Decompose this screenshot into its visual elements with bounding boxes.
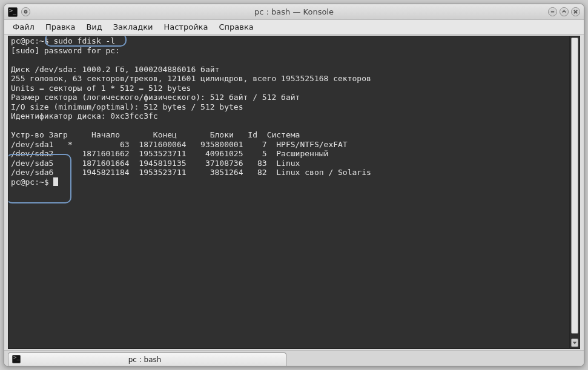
svg-point-0 — [25, 11, 27, 13]
minimize-button[interactable] — [548, 7, 557, 16]
prompt: pc@pc:~$ — [11, 36, 53, 45]
terminal[interactable]: pc@pc:~$ sudo fdisk -l [sudo] password f… — [8, 36, 580, 349]
menu-settings[interactable]: Настройка — [159, 21, 213, 33]
menubar: Файл Правка Вид Закладки Настройка Справ… — [4, 20, 584, 35]
window-title: pc : bash — Konsole — [4, 7, 584, 16]
output-line: [sudo] password for pc: — [11, 46, 120, 55]
konsole-window: pc : bash — Konsole Файл Правка Вид Закл… — [4, 4, 584, 366]
menu-edit[interactable]: Правка — [41, 21, 80, 33]
tab-terminal[interactable]: pc : bash — [8, 352, 286, 366]
table-row: /dev/sda1 * 63 1871600064 935800001 7 HP… — [11, 140, 348, 149]
table-row: /dev/sda5 1871601664 1945819135 37108736… — [11, 159, 300, 168]
tabbar: pc : bash — [4, 350, 584, 366]
cursor — [53, 177, 58, 186]
app-icon — [8, 7, 18, 17]
table-row: /dev/sda2 1871601662 1953523711 40961025… — [11, 149, 328, 158]
terminal-icon — [12, 355, 21, 363]
scrollbar-down-button[interactable] — [571, 339, 578, 347]
output-line: Units = секторы of 1 * 512 = 512 bytes — [11, 84, 191, 93]
output-line: 255 головок, 63 секторов/треков, 121601 … — [11, 74, 371, 83]
tab-label: pc : bash — [128, 355, 162, 364]
maximize-button[interactable] — [560, 7, 569, 16]
table-header: Устр-во Загр Начало Конец Блоки Id Систе… — [11, 130, 300, 139]
output-line: Идентификатор диска: 0xc3fcc3fc — [11, 111, 158, 121]
output-line: I/O size (minimum/optimal): 512 bytes / … — [11, 102, 243, 111]
titlebar: pc : bash — Konsole — [4, 4, 584, 20]
menu-view[interactable]: Вид — [81, 21, 107, 33]
pin-button[interactable] — [21, 7, 30, 16]
menu-bookmarks[interactable]: Закладки — [108, 21, 158, 33]
menu-file[interactable]: Файл — [8, 21, 39, 33]
command: sudo fdisk -l — [53, 36, 115, 45]
prompt: pc@pc:~$ — [11, 177, 53, 187]
output-line: Диск /dev/sda: 1000.2 Гб, 1000204886016 … — [11, 65, 219, 74]
terminal-output: pc@pc:~$ sudo fdisk -l [sudo] password f… — [8, 36, 580, 187]
menu-help[interactable]: Справка — [214, 21, 258, 33]
close-button[interactable] — [571, 7, 580, 16]
scrollbar[interactable] — [569, 36, 580, 348]
table-row: /dev/sda6 1945821184 1953523711 3851264 … — [11, 168, 371, 177]
scrollbar-thumb[interactable] — [571, 38, 578, 334]
output-line: Размер сектора (логического/физического)… — [11, 93, 300, 102]
